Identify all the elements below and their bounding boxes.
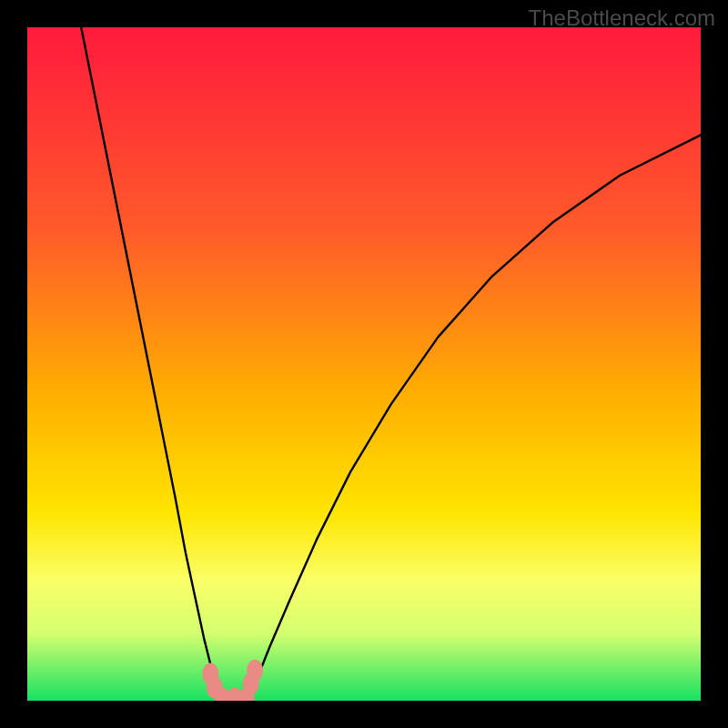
svg-rect-0 [27, 27, 701, 701]
plot-area [27, 27, 701, 701]
marker-3 [247, 660, 263, 682]
watermark-text: TheBottleneck.com [529, 5, 715, 31]
chart-frame: TheBottleneck.com [0, 0, 728, 728]
chart-svg [27, 27, 701, 701]
